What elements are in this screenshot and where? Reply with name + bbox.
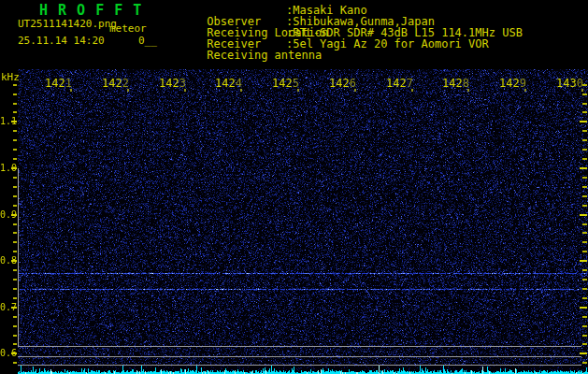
time-axis-label-text: 142: [442, 77, 463, 90]
time-axis-tick: [240, 89, 242, 92]
freq-axis-label: 1.1: [0, 116, 17, 126]
time-axis-label-text: 142: [329, 77, 350, 90]
freq-axis-tick: [13, 149, 17, 151]
freq-axis-tick: [580, 352, 587, 354]
freq-axis-line: [18, 168, 19, 346]
freq-axis-tick: [13, 316, 17, 318]
time-axis-label: 1430: [556, 77, 583, 90]
time-axis-tick: [467, 89, 469, 92]
freq-axis-tick: [13, 84, 17, 86]
time-axis-label-text: 142: [159, 77, 179, 90]
metadata-block: Observer :Masaki Kano Receiving Location…: [166, 5, 328, 50]
freq-axis-tick: [13, 158, 17, 160]
time-axis-tick: [184, 89, 186, 92]
freq-axis-tick: [13, 130, 17, 132]
freq-axis-tick: [580, 121, 587, 122]
freq-axis-tick: [582, 223, 587, 225]
freq-axis-tick: [582, 103, 587, 105]
freq-axis-tick: [582, 297, 587, 299]
freq-axis-tick: [13, 297, 17, 299]
field-value: :5el Yagi Az 20 for Aomori VOR: [286, 38, 489, 50]
freq-unit-label: kHz: [1, 71, 20, 83]
time-axis-tick: [297, 89, 299, 92]
freq-axis-tick: [582, 84, 587, 86]
freq-axis-tick: [580, 260, 587, 262]
freq-axis-tick: [13, 241, 17, 243]
time-axis-label-text: 142: [386, 77, 407, 90]
freq-axis-tick: [13, 279, 17, 280]
freq-axis-tick: [13, 103, 17, 105]
time-axis-label: 1423: [159, 77, 186, 90]
time-axis-label-text: 9: [520, 77, 526, 90]
freq-axis-tick: [13, 177, 17, 179]
freq-axis-tick: [13, 343, 17, 345]
time-axis-label-text: 1: [65, 77, 72, 90]
time-axis-label-text: 5: [293, 77, 299, 90]
freq-axis-tick: [13, 195, 17, 197]
app-title: H R O F F T: [39, 2, 142, 19]
time-axis-label: 1421: [45, 77, 72, 90]
freq-axis-tick: [13, 186, 17, 188]
time-axis-tick: [524, 89, 526, 92]
freq-axis-tick: [582, 335, 587, 337]
echo-counter-label: 0__: [138, 35, 157, 47]
time-axis-tick: [411, 89, 413, 92]
time-axis-label-text: 8: [463, 77, 469, 90]
freq-axis-tick: [582, 279, 587, 280]
comment-label: meteor: [109, 22, 147, 35]
freq-axis-tick: [582, 343, 587, 345]
time-axis-label: 1424: [215, 77, 242, 90]
freq-axis-tick: [13, 223, 17, 225]
freq-axis-tick: [582, 111, 587, 113]
time-axis-label-text: 142: [499, 77, 520, 90]
time-axis-label-text: 4: [236, 77, 242, 90]
time-axis-label-text: 6: [350, 77, 356, 90]
freq-axis-tick: [582, 195, 587, 197]
freq-axis-label: 1.0: [0, 163, 17, 173]
level-graph-separator-line: [18, 356, 581, 357]
level-graph-separator-line: [18, 346, 581, 347]
time-axis-label: 1426: [329, 77, 356, 90]
freq-axis-tick: [13, 362, 17, 364]
time-axis-label-text: 142: [272, 77, 293, 90]
freq-axis-tick: [582, 325, 587, 327]
field-label: Receiving antenna: [207, 49, 322, 62]
freq-axis-tick: [582, 177, 587, 179]
freq-axis-tick: [582, 158, 587, 160]
freq-axis-tick: [582, 139, 587, 141]
freq-axis-tick: [13, 251, 17, 252]
freq-axis-tick: [13, 325, 17, 327]
freq-axis-tick: [582, 149, 587, 151]
freq-axis-tick: [13, 288, 17, 290]
time-axis-label-text: 2: [122, 77, 129, 90]
freq-axis-tick: [582, 288, 587, 290]
freq-axis-label: 0.8: [0, 255, 17, 266]
freq-axis-tick: [582, 205, 587, 207]
time-axis-label: 1428: [442, 77, 469, 90]
freq-axis-tick: [582, 232, 587, 234]
freq-axis-tick: [580, 167, 587, 169]
freq-axis-tick: [13, 139, 17, 141]
metadata-row: Receiving antenna :5el Yagi Az 20 for Ao…: [166, 38, 328, 50]
freq-axis-tick: [13, 111, 17, 113]
freq-axis-label: 0.7: [0, 302, 17, 312]
time-axis-label: 1425: [272, 77, 299, 90]
time-axis-label-text: 142: [45, 77, 65, 90]
time-axis-label-text: 143: [556, 77, 577, 90]
time-axis-label-text: 0: [577, 77, 583, 90]
freq-axis-tick: [13, 94, 17, 95]
filename-label: UT2511141420.png: [18, 18, 117, 30]
freq-axis-tick: [13, 269, 17, 271]
hrofft-screen: H R O F F T UT2511141420.png meteor 25.1…: [0, 0, 588, 374]
freq-axis-tick: [582, 241, 587, 243]
time-axis-tick: [354, 89, 356, 92]
time-axis-label: 1429: [499, 77, 526, 90]
freq-axis-tick: [13, 205, 17, 207]
time-axis-label-text: 3: [179, 77, 186, 90]
freq-axis-tick: [13, 232, 17, 234]
freq-axis-label: 0.6: [0, 348, 17, 358]
time-axis-tick: [70, 89, 72, 92]
time-axis-tick: [581, 89, 583, 92]
freq-axis-tick: [582, 186, 587, 188]
freq-axis-tick: [582, 130, 587, 132]
